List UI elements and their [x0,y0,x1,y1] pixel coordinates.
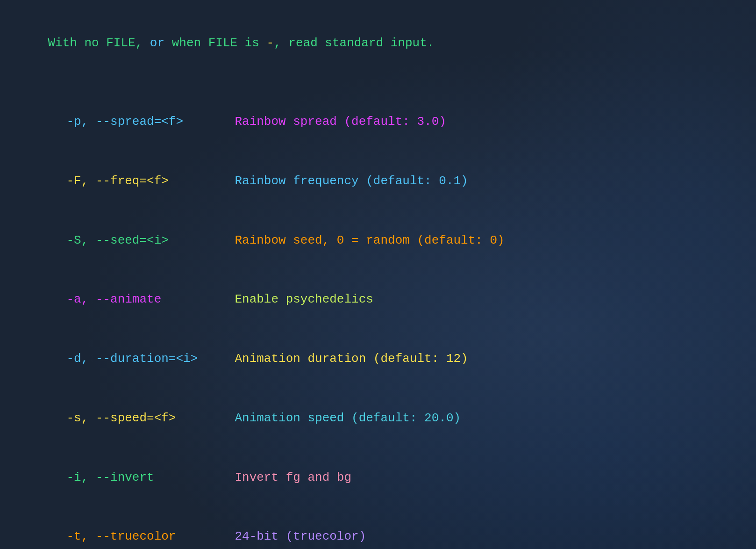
option-S: -S, --seed=<i>Rainbow seed, 0 = random (… [19,211,737,270]
header-text-3: when FILE is [164,36,266,50]
desc-F: Rainbow frequency (default: 0.1) [235,172,468,191]
header-text-4: - [267,36,274,50]
flag-S: -S, --seed=<i> [66,231,235,251]
desc-p: Rainbow spread (default: 3.0) [235,112,446,132]
flag-s: -s, --speed=<f> [66,409,235,428]
desc-a: Enable psychedelics [235,290,373,310]
blank-1 [19,73,737,93]
desc-s: Animation speed (default: 20.0) [235,409,461,428]
flag-d: -d, --duration=<i> [66,349,235,369]
desc-d: Animation duration (default: 12) [235,349,468,369]
flag-F: -F, --freq=<f> [66,172,235,191]
option-i: -i, --invertInvert fg and bg [19,448,737,507]
header-text-5: , read standard input. [274,36,434,50]
option-p: -p, --spread=<f>Rainbow spread (default:… [19,93,737,151]
option-d: -d, --duration=<i>Animation duration (de… [19,330,737,389]
desc-i: Invert fg and bg [235,468,351,488]
option-s: -s, --speed=<f>Animation speed (default:… [19,389,737,448]
option-a: -a, --animateEnable psychedelics [19,271,737,329]
terminal-window: With no FILE, or when FILE is -, read st… [19,14,737,549]
header-line: With no FILE, or when FILE is -, read st… [19,14,737,72]
option-F: -F, --freq=<f>Rainbow frequency (default… [19,152,737,210]
header-text-2: or [150,36,164,50]
flag-a: -a, --animate [66,290,235,310]
desc-t: 24-bit (truecolor) [235,527,366,547]
flag-p: -p, --spread=<f> [66,112,235,132]
header-text-1: With no FILE, [48,36,150,50]
option-t: -t, --truecolor24-bit (truecolor) [19,508,737,549]
flag-t: -t, --truecolor [66,527,235,547]
flag-i: -i, --invert [66,468,235,488]
desc-S: Rainbow seed, 0 = random (default: 0) [235,231,504,251]
